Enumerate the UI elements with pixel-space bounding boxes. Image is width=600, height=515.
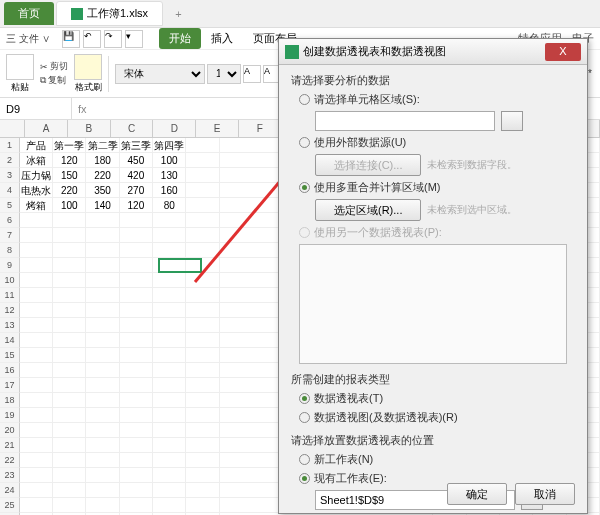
cell[interactable]: 产品 [20, 138, 53, 153]
opt-new-sheet[interactable]: 新工作表(N) [299, 452, 575, 467]
cell[interactable] [86, 213, 119, 228]
cell[interactable] [120, 408, 153, 423]
cell[interactable] [120, 393, 153, 408]
increase-font-icon[interactable]: A [243, 65, 261, 83]
opt-pivot-table[interactable]: 数据透视表(T) [299, 391, 575, 406]
cell[interactable]: 80 [153, 198, 186, 213]
cell[interactable] [186, 138, 219, 153]
cell[interactable] [86, 363, 119, 378]
row-header[interactable]: 1 [0, 138, 20, 153]
cell[interactable] [186, 213, 219, 228]
cell[interactable]: 冰箱 [20, 153, 53, 168]
cell[interactable] [153, 288, 186, 303]
cell[interactable] [186, 198, 219, 213]
cell[interactable] [186, 468, 219, 483]
tab-add[interactable]: + [165, 4, 191, 24]
cell[interactable] [153, 258, 186, 273]
cell[interactable]: 第二季度 [86, 138, 119, 153]
cell[interactable]: 420 [120, 168, 153, 183]
cell[interactable] [53, 273, 86, 288]
col-header[interactable]: B [68, 120, 111, 138]
col-header[interactable]: F [239, 120, 282, 138]
cell[interactable] [20, 393, 53, 408]
format-painter-button[interactable] [74, 54, 102, 80]
cell[interactable] [120, 333, 153, 348]
cell[interactable]: 100 [53, 198, 86, 213]
cell[interactable]: 220 [86, 168, 119, 183]
cell[interactable] [186, 393, 219, 408]
cell[interactable] [20, 363, 53, 378]
opt-multi-consolidate[interactable]: 使用多重合并计算区域(M) [299, 180, 575, 195]
cell[interactable]: 270 [120, 183, 153, 198]
cell[interactable] [186, 243, 219, 258]
cell[interactable] [53, 483, 86, 498]
cell[interactable] [86, 453, 119, 468]
cell[interactable]: 120 [53, 153, 86, 168]
cell[interactable] [186, 453, 219, 468]
undo-icon[interactable]: ↶ [83, 30, 101, 48]
cell[interactable] [20, 453, 53, 468]
save-icon[interactable]: 💾 [62, 30, 80, 48]
cell[interactable] [153, 483, 186, 498]
row-header[interactable]: 21 [0, 438, 20, 453]
cell[interactable] [53, 393, 86, 408]
cell[interactable]: 第一季度 [53, 138, 86, 153]
cell[interactable] [153, 333, 186, 348]
select-all-corner[interactable] [0, 120, 25, 138]
cell[interactable] [186, 333, 219, 348]
cell[interactable] [120, 303, 153, 318]
cell[interactable] [20, 213, 53, 228]
row-header[interactable]: 24 [0, 483, 20, 498]
cell[interactable] [186, 273, 219, 288]
cell[interactable] [20, 318, 53, 333]
cell[interactable] [186, 363, 219, 378]
paste-button[interactable] [6, 54, 34, 80]
row-header[interactable]: 6 [0, 213, 20, 228]
cell[interactable] [86, 348, 119, 363]
opt-cell-range[interactable]: 请选择单元格区域(S): [299, 92, 575, 107]
cell[interactable] [153, 378, 186, 393]
range-input[interactable] [315, 111, 495, 131]
cell[interactable] [153, 303, 186, 318]
cell[interactable] [53, 318, 86, 333]
cell[interactable] [120, 243, 153, 258]
cell[interactable] [186, 348, 219, 363]
cell[interactable] [20, 483, 53, 498]
cell[interactable]: 150 [53, 168, 86, 183]
cell[interactable] [153, 273, 186, 288]
col-header[interactable]: A [25, 120, 68, 138]
cell[interactable] [120, 228, 153, 243]
cell[interactable] [153, 213, 186, 228]
cell[interactable] [20, 333, 53, 348]
cell[interactable] [86, 378, 119, 393]
cell[interactable] [53, 213, 86, 228]
cell[interactable] [86, 483, 119, 498]
cell[interactable] [120, 288, 153, 303]
fx-icon[interactable]: fx [72, 103, 93, 115]
row-header[interactable]: 15 [0, 348, 20, 363]
row-header[interactable]: 2 [0, 153, 20, 168]
cell[interactable] [186, 288, 219, 303]
cell[interactable] [20, 243, 53, 258]
cell[interactable] [86, 333, 119, 348]
row-header[interactable]: 8 [0, 243, 20, 258]
cell[interactable]: 第四季度 [153, 138, 186, 153]
cell[interactable] [53, 288, 86, 303]
cell[interactable] [120, 348, 153, 363]
cell[interactable] [86, 498, 119, 513]
cell[interactable] [20, 438, 53, 453]
redo-icon[interactable]: ↷ [104, 30, 122, 48]
copy-button[interactable]: ⧉ 复制 [40, 74, 68, 87]
cell[interactable] [20, 408, 53, 423]
cell[interactable] [153, 498, 186, 513]
cell[interactable] [53, 303, 86, 318]
cell[interactable] [153, 453, 186, 468]
cell[interactable] [120, 258, 153, 273]
cell[interactable] [20, 228, 53, 243]
opt-external[interactable]: 使用外部数据源(U) [299, 135, 575, 150]
cell[interactable] [186, 423, 219, 438]
ok-button[interactable]: 确定 [447, 483, 507, 505]
cell[interactable] [86, 393, 119, 408]
cell[interactable] [53, 228, 86, 243]
col-header[interactable]: E [196, 120, 239, 138]
